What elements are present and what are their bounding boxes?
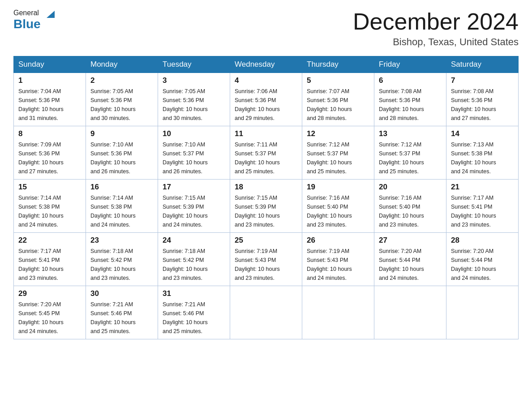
logo-triangle-icon [46,9,56,19]
day-cell: 18Sunrise: 7:15 AMSunset: 5:39 PMDayligh… [230,180,302,233]
header-tuesday: Tuesday [158,56,230,73]
day-cell: 24Sunrise: 7:18 AMSunset: 5:42 PMDayligh… [158,233,230,286]
day-cell: 27Sunrise: 7:20 AMSunset: 5:44 PMDayligh… [374,233,446,286]
day-info: Sunrise: 7:15 AMSunset: 5:39 PMDaylight:… [163,193,225,229]
day-info: Sunrise: 7:05 AMSunset: 5:36 PMDaylight:… [90,87,153,123]
day-info: Sunrise: 7:12 AMSunset: 5:37 PMDaylight:… [379,140,442,176]
day-cell: 2Sunrise: 7:05 AMSunset: 5:36 PMDaylight… [86,73,158,126]
week-row-4: 22Sunrise: 7:17 AMSunset: 5:41 PMDayligh… [14,233,519,286]
day-info: Sunrise: 7:21 AMSunset: 5:46 PMDaylight:… [163,300,225,336]
day-cell: 19Sunrise: 7:16 AMSunset: 5:40 PMDayligh… [302,180,374,233]
day-info: Sunrise: 7:20 AMSunset: 5:45 PMDaylight:… [18,300,81,336]
location-title: Bishop, Texas, United States [353,36,519,48]
logo: General Blue [13,9,56,31]
day-number: 16 [90,183,153,192]
day-number: 4 [235,76,297,85]
header-friday: Friday [374,56,446,73]
day-cell: 22Sunrise: 7:17 AMSunset: 5:41 PMDayligh… [14,233,86,286]
day-number: 1 [18,76,81,85]
day-number: 26 [307,236,369,245]
day-number: 29 [18,289,81,298]
day-info: Sunrise: 7:14 AMSunset: 5:38 PMDaylight:… [18,193,81,229]
day-info: Sunrise: 7:04 AMSunset: 5:36 PMDaylight:… [18,87,81,123]
day-number: 8 [18,129,81,138]
day-cell: 21Sunrise: 7:17 AMSunset: 5:41 PMDayligh… [446,180,519,233]
day-number: 18 [235,183,297,192]
day-cell [446,286,519,339]
day-cell [374,286,446,339]
day-cell: 15Sunrise: 7:14 AMSunset: 5:38 PMDayligh… [14,180,86,233]
day-info: Sunrise: 7:13 AMSunset: 5:38 PMDaylight:… [451,140,514,176]
week-row-2: 8Sunrise: 7:09 AMSunset: 5:36 PMDaylight… [14,126,519,180]
day-cell: 23Sunrise: 7:18 AMSunset: 5:42 PMDayligh… [86,233,158,286]
page-header: General Blue December 2024 Bishop, Texas… [13,9,519,48]
day-number: 19 [307,183,369,192]
day-info: Sunrise: 7:08 AMSunset: 5:36 PMDaylight:… [451,87,514,123]
day-cell [230,286,302,339]
day-cell: 4Sunrise: 7:06 AMSunset: 5:36 PMDaylight… [230,73,302,126]
header-monday: Monday [86,56,158,73]
day-cell: 5Sunrise: 7:07 AMSunset: 5:36 PMDaylight… [302,73,374,126]
day-info: Sunrise: 7:09 AMSunset: 5:36 PMDaylight:… [18,140,81,176]
day-number: 13 [379,129,442,138]
day-number: 23 [90,236,153,245]
header-wednesday: Wednesday [230,56,302,73]
day-number: 3 [163,76,225,85]
day-cell: 28Sunrise: 7:20 AMSunset: 5:44 PMDayligh… [446,233,519,286]
calendar-table: Sunday Monday Tuesday Wednesday Thursday… [13,56,519,339]
day-number: 30 [90,289,153,298]
day-number: 24 [163,236,225,245]
day-cell: 30Sunrise: 7:21 AMSunset: 5:46 PMDayligh… [86,286,158,339]
day-cell: 31Sunrise: 7:21 AMSunset: 5:46 PMDayligh… [158,286,230,339]
day-info: Sunrise: 7:20 AMSunset: 5:44 PMDaylight:… [379,247,442,283]
month-title: December 2024 [353,9,519,34]
day-number: 10 [163,129,225,138]
day-number: 22 [18,236,81,245]
day-number: 25 [235,236,297,245]
day-info: Sunrise: 7:15 AMSunset: 5:39 PMDaylight:… [235,193,297,229]
day-number: 21 [451,183,514,192]
day-cell: 26Sunrise: 7:19 AMSunset: 5:43 PMDayligh… [302,233,374,286]
day-info: Sunrise: 7:21 AMSunset: 5:46 PMDaylight:… [90,300,153,336]
week-row-3: 15Sunrise: 7:14 AMSunset: 5:38 PMDayligh… [14,180,519,233]
day-number: 17 [163,183,225,192]
week-row-5: 29Sunrise: 7:20 AMSunset: 5:45 PMDayligh… [14,286,519,339]
day-cell: 6Sunrise: 7:08 AMSunset: 5:36 PMDaylight… [374,73,446,126]
day-cell: 25Sunrise: 7:19 AMSunset: 5:43 PMDayligh… [230,233,302,286]
day-number: 5 [307,76,369,85]
day-cell: 20Sunrise: 7:16 AMSunset: 5:40 PMDayligh… [374,180,446,233]
day-info: Sunrise: 7:08 AMSunset: 5:36 PMDaylight:… [379,87,442,123]
svg-marker-0 [47,11,55,18]
day-number: 31 [163,289,225,298]
weekday-header-row: Sunday Monday Tuesday Wednesday Thursday… [14,56,519,73]
day-number: 28 [451,236,514,245]
day-info: Sunrise: 7:12 AMSunset: 5:37 PMDaylight:… [307,140,369,176]
day-info: Sunrise: 7:10 AMSunset: 5:37 PMDaylight:… [163,140,225,176]
day-number: 14 [451,129,514,138]
day-cell: 13Sunrise: 7:12 AMSunset: 5:37 PMDayligh… [374,126,446,180]
day-info: Sunrise: 7:19 AMSunset: 5:43 PMDaylight:… [235,247,297,283]
day-info: Sunrise: 7:19 AMSunset: 5:43 PMDaylight:… [307,247,369,283]
header-thursday: Thursday [302,56,374,73]
day-number: 11 [235,129,297,138]
day-number: 7 [451,76,514,85]
header-sunday: Sunday [14,56,86,73]
day-number: 12 [307,129,369,138]
day-number: 27 [379,236,442,245]
day-cell: 1Sunrise: 7:04 AMSunset: 5:36 PMDaylight… [14,73,86,126]
day-cell: 3Sunrise: 7:05 AMSunset: 5:36 PMDaylight… [158,73,230,126]
day-cell: 17Sunrise: 7:15 AMSunset: 5:39 PMDayligh… [158,180,230,233]
day-cell: 12Sunrise: 7:12 AMSunset: 5:37 PMDayligh… [302,126,374,180]
day-cell: 7Sunrise: 7:08 AMSunset: 5:36 PMDaylight… [446,73,519,126]
day-number: 2 [90,76,153,85]
day-info: Sunrise: 7:10 AMSunset: 5:36 PMDaylight:… [90,140,153,176]
day-cell: 8Sunrise: 7:09 AMSunset: 5:36 PMDaylight… [14,126,86,180]
day-cell [302,286,374,339]
day-info: Sunrise: 7:07 AMSunset: 5:36 PMDaylight:… [307,87,369,123]
week-row-1: 1Sunrise: 7:04 AMSunset: 5:36 PMDaylight… [14,73,519,126]
day-info: Sunrise: 7:16 AMSunset: 5:40 PMDaylight:… [379,193,442,229]
day-cell: 9Sunrise: 7:10 AMSunset: 5:36 PMDaylight… [86,126,158,180]
header-saturday: Saturday [446,56,519,73]
day-info: Sunrise: 7:06 AMSunset: 5:36 PMDaylight:… [235,87,297,123]
day-number: 6 [379,76,442,85]
